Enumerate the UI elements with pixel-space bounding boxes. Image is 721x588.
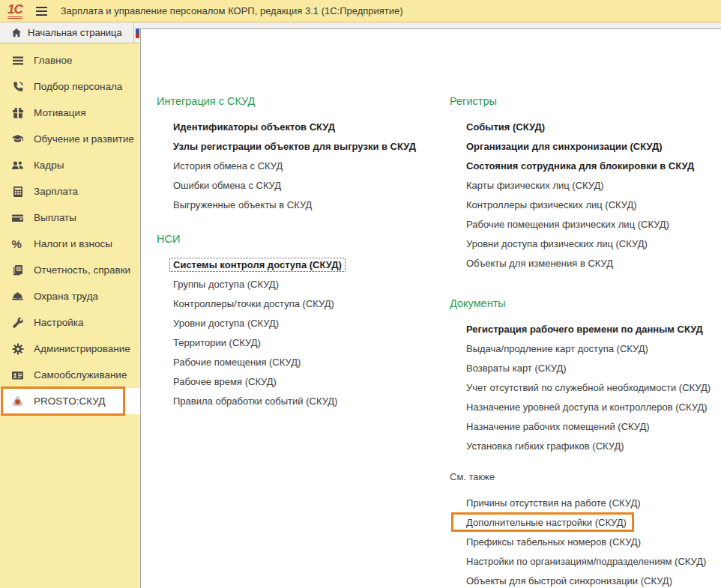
menu-link[interactable]: Выгруженные объекты в СКУД xyxy=(157,196,441,215)
menu-link[interactable]: Контроллеры/точки доступа (СКУД) xyxy=(157,294,441,314)
sidebar-item-nastroyka[interactable]: Настройка xyxy=(0,309,140,336)
menu-link[interactable]: Префиксы табельных номеров (СКУД) xyxy=(450,533,720,552)
phone-icon xyxy=(11,80,24,93)
id-card-icon xyxy=(11,369,24,381)
section-registers: Регистры События (СКУД) Организации для … xyxy=(450,95,720,273)
menu-link[interactable]: Объекты для быстрой синхронизации (СКУД) xyxy=(450,572,720,588)
section-see-also: См. также Причины отсутствия на работе (… xyxy=(450,471,720,588)
menu-link[interactable]: Состояния сотрудника для блокировки в СК… xyxy=(450,157,720,176)
menu-link[interactable]: Назначение уровней доступа и контроллеро… xyxy=(450,398,720,417)
sidebar-item-nalogi[interactable]: % Налоги и взносы xyxy=(0,231,140,257)
tab-home[interactable]: Начальная страница xyxy=(0,22,134,43)
sidebar-item-samoobsluzhivanie[interactable]: Самообслуживание xyxy=(0,362,140,388)
menu-link[interactable]: Ошибки обмена с СКУД xyxy=(157,176,441,196)
sidebar-item-prosto-skud[interactable]: PROSTO:СКУД xyxy=(0,388,140,414)
wrench-icon xyxy=(11,316,24,329)
menu-link[interactable]: Организации для синхронизации (СКУД) xyxy=(450,137,720,157)
section-header: Интеграция с СКУД xyxy=(157,95,441,110)
sidebar-item-label: Кадры xyxy=(34,160,64,171)
sidebar-item-ohrana-truda[interactable]: Охрана труда xyxy=(0,283,140,309)
menu-link[interactable]: Учет отсутствий по служебной необходимос… xyxy=(450,378,720,398)
menu-link[interactable]: Узлы регистрации объектов для выгрузки в… xyxy=(157,137,441,157)
sidebar: Главное Подбор персонала Мотивация Обуче… xyxy=(0,43,140,588)
calculator-icon xyxy=(11,185,24,198)
menu-link[interactable]: События (СКУД) xyxy=(450,118,720,137)
menu-link[interactable]: Объекты для изменения в СКУД xyxy=(450,254,720,273)
wallet-icon xyxy=(11,211,24,224)
sidebar-item-kadry[interactable]: Кадры xyxy=(0,152,140,178)
gear-icon xyxy=(11,342,24,355)
gift-icon xyxy=(11,106,24,119)
menu-link[interactable]: Выдача/продление карт доступа (СКУД) xyxy=(450,339,720,359)
menu-link[interactable]: Карты физических лиц (СКУД) xyxy=(450,176,720,196)
sidebar-item-label: Обучение и развитие xyxy=(34,133,134,145)
sidebar-item-label: Самообслуживание xyxy=(34,369,127,381)
app-window: 1С Зарплата и управление персоналом КОРП… xyxy=(0,0,721,588)
report-icon xyxy=(11,264,24,276)
menu-link[interactable]: Назначение рабочих помещений (СКУД) xyxy=(450,417,720,437)
window-title: Зарплата и управление персоналом КОРП, р… xyxy=(61,5,403,16)
sidebar-item-motivatsiya[interactable]: Мотивация xyxy=(0,100,140,126)
section-documents: Документы Регистрация рабочего времени п… xyxy=(450,297,720,456)
menu-link[interactable]: Уровни доступа (СКУД) xyxy=(157,314,441,333)
menu-link[interactable]: Настройки по организациям/подразделениям… xyxy=(450,552,720,572)
menu-link[interactable]: История обмена с СКУД xyxy=(157,157,441,176)
section-header: Документы xyxy=(450,297,720,312)
section-header: НСИ xyxy=(157,233,441,248)
helmet-icon xyxy=(11,290,24,303)
menu-link[interactable]: Причины отсутствия на работе (СКУД) xyxy=(450,494,720,513)
sidebar-item-obuchenie[interactable]: Обучение и развитие xyxy=(0,126,140,152)
sidebar-item-label: Подбор персонала xyxy=(34,81,122,92)
sidebar-item-podbor-personala[interactable]: Подбор персонала xyxy=(0,73,140,100)
section-menu-panel: Интеграция с СКУД Идентификаторы объекто… xyxy=(140,28,721,588)
menu-link[interactable]: Уровни доступа физических лиц (СКУД) xyxy=(450,234,720,254)
menu-link[interactable]: Территории (СКУД) xyxy=(157,333,441,353)
menu-link[interactable]: Регистрация рабочего времени по данным С… xyxy=(450,320,720,339)
menu-icon xyxy=(11,54,24,67)
sidebar-item-otchetnost[interactable]: Отчетность, справки xyxy=(0,257,140,283)
home-icon xyxy=(11,28,22,38)
sidebar-item-label: Выплаты xyxy=(34,212,76,223)
menu-link-focused[interactable]: Системы контроля доступа (СКУД) xyxy=(157,255,441,275)
sidebar-item-label: Администрирование xyxy=(34,343,130,354)
menu-link[interactable]: Возвраты карт (СКУД) xyxy=(450,359,720,378)
sidebar-item-label: Охрана труда xyxy=(34,291,98,302)
sidebar-item-label: Налоги и взносы xyxy=(34,238,112,249)
sidebar-item-label: Отчетность, справки xyxy=(34,264,130,276)
menu-link[interactable]: Установка гибких графиков (СКУД) xyxy=(450,437,720,456)
1c-logo-icon: 1С xyxy=(7,3,22,19)
menu-link-highlighted[interactable]: Дополнительные настройки (СКУД) xyxy=(450,513,720,533)
sidebar-item-label: Мотивация xyxy=(34,107,85,118)
menu-link[interactable]: Идентификаторы объектов СКУД xyxy=(157,118,441,137)
menu-link[interactable]: Контроллеры физических лиц (СКУД) xyxy=(450,196,720,215)
prosto-logo-icon xyxy=(11,395,24,407)
sidebar-item-label: Настройка xyxy=(34,317,83,328)
section-header: Регистры xyxy=(450,95,720,110)
sidebar-item-glavnoe[interactable]: Главное xyxy=(0,47,140,73)
svg-text:%: % xyxy=(12,238,22,250)
sidebar-item-label: PROSTO:СКУД xyxy=(34,395,105,407)
menu-link[interactable]: Правила обработки событий (СКУД) xyxy=(157,392,441,411)
menu-column-right: Регистры События (СКУД) Организации для … xyxy=(450,95,720,588)
graduation-cap-icon xyxy=(11,133,24,145)
percent-icon: % xyxy=(11,237,24,250)
menu-link[interactable]: Рабочее время (СКУД) xyxy=(157,372,441,392)
menu-column-left: Интеграция с СКУД Идентификаторы объекто… xyxy=(157,95,441,411)
section-integration: Интеграция с СКУД Идентификаторы объекто… xyxy=(157,95,441,215)
sidebar-item-administrirovanie[interactable]: Администрирование xyxy=(0,336,140,362)
main-menu-icon[interactable] xyxy=(34,4,49,19)
sidebar-item-label: Зарплата xyxy=(34,186,78,197)
sidebar-item-vyplaty[interactable]: Выплаты xyxy=(0,204,140,231)
menu-link[interactable]: Рабочие помещения физических лиц (СКУД) xyxy=(450,215,720,234)
section-nsi: НСИ Системы контроля доступа (СКУД) Груп… xyxy=(157,233,441,411)
sidebar-item-label: Главное xyxy=(34,55,73,66)
title-bar: 1С Зарплата и управление персоналом КОРП… xyxy=(0,0,721,22)
menu-link[interactable]: Группы доступа (СКУД) xyxy=(157,275,441,294)
tab-home-label: Начальная страница xyxy=(28,27,122,38)
people-icon xyxy=(11,159,24,172)
sidebar-item-zarplata[interactable]: Зарплата xyxy=(0,178,140,204)
tab-partial-icon[interactable] xyxy=(136,28,139,38)
section-header: См. также xyxy=(450,471,720,486)
menu-link[interactable]: Рабочие помещения (СКУД) xyxy=(157,353,441,372)
